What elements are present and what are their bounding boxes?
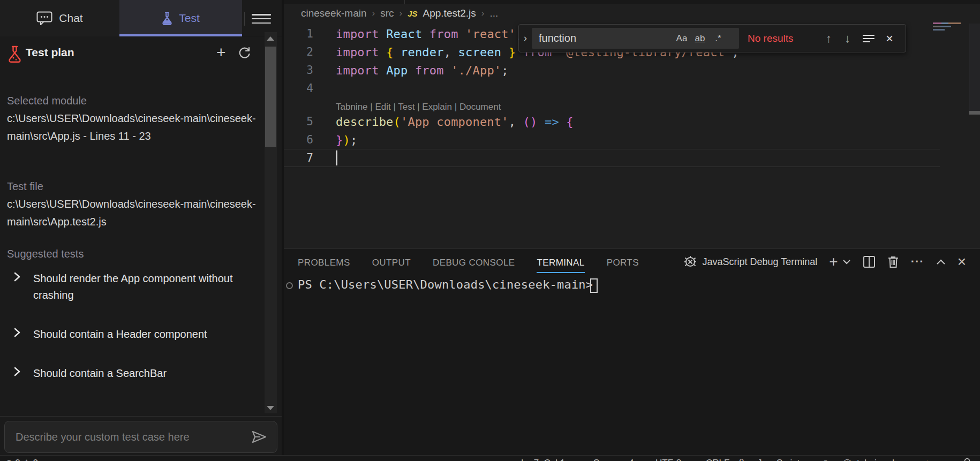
custom-test-input[interactable] (16, 421, 246, 452)
warning-triangle-icon: ⚠ (22, 458, 30, 461)
code-line-4[interactable]: 4 (284, 79, 940, 97)
breadcrumb-folder[interactable]: src (380, 7, 394, 19)
chevron-down-icon[interactable] (842, 259, 851, 264)
find-replace-toggle-icon[interactable]: › (519, 33, 532, 44)
test-file-path: c:\Users\USER\Downloads\cineseek-main\ci… (7, 195, 263, 231)
find-input-box: Aa ab .* (532, 28, 739, 49)
cursor-position-status[interactable]: Ln 7, Col 1 (521, 458, 565, 461)
chevron-up-icon[interactable] (936, 259, 946, 265)
tab-chat[interactable]: Chat (0, 0, 119, 36)
editor-scrollbar-thumb[interactable] (969, 111, 980, 115)
panel-tab-terminal[interactable]: TERMINAL (537, 251, 584, 275)
chevron-right-icon: › (372, 8, 375, 19)
lightning-icon: ➤ (926, 458, 933, 461)
close-icon[interactable]: × (886, 31, 893, 46)
regex-icon[interactable]: .* (709, 33, 727, 44)
code-text: }); (336, 133, 357, 147)
tabnine-status[interactable]: tabnine dev (857, 458, 904, 461)
braces-icon: {} (738, 458, 744, 461)
breadcrumb-file[interactable]: App.test2.js (423, 7, 476, 19)
error-circle-icon: ⊘ (5, 458, 12, 461)
flask-icon (162, 11, 172, 25)
tab-test-label: Test (179, 12, 200, 25)
status-bar: ⊘ 0 ⚠ 0 Ln 7, Col 1 Spaces: 4 UTF-8 CRLF… (0, 455, 980, 461)
chevron-right-icon: › (481, 8, 485, 19)
chevron-right-icon[interactable] (13, 327, 21, 338)
refresh-icon[interactable] (238, 47, 251, 60)
tab-separator (244, 12, 245, 26)
sidebar-scrollbar-thumb[interactable] (265, 47, 276, 147)
plus-icon[interactable]: + (216, 44, 226, 61)
trash-icon[interactable] (887, 255, 899, 268)
indentation-status[interactable]: Spaces: 4 (593, 458, 634, 461)
chat-bubble-icon (36, 11, 52, 25)
test-plan-header: Test plan + (0, 42, 282, 66)
selected-module-label: Selected module (7, 95, 259, 107)
suggested-test-item[interactable]: Should contain a SearchBar (7, 365, 263, 382)
find-input[interactable] (539, 32, 673, 44)
tabnine-icon: ⓘ (843, 458, 852, 461)
problems-status[interactable]: ⊘ 0 ⚠ 0 (5, 458, 38, 461)
eol-status[interactable]: CRLF (706, 458, 729, 461)
suggested-test-label: Should contain a SearchBar (33, 367, 167, 379)
selected-module-path: c:\Users\USER\Downloads\cineseek-main\ci… (7, 110, 263, 145)
suggested-test-item[interactable]: Should render the App component without … (7, 270, 263, 304)
terminal-prompt: PS C:\Users\USER\Downloads\cineseek-main… (298, 278, 593, 291)
panel-tab-problems[interactable]: PROBLEMS (298, 251, 350, 275)
smiley-icon[interactable]: ☺ (821, 458, 830, 461)
terminal-cursor (590, 278, 598, 293)
debug-terminal-icon (683, 255, 697, 269)
language-status[interactable]: JavaScript (757, 458, 800, 461)
test-file-label: Test file (7, 180, 259, 193)
minimap[interactable] (933, 22, 968, 32)
editor-tab-strip (284, 0, 980, 4)
tab-test[interactable]: Test (119, 0, 242, 36)
line-number: 2 (284, 46, 313, 58)
panel-tab-output[interactable]: OUTPUT (372, 251, 411, 275)
send-icon[interactable] (251, 430, 267, 444)
panel-tab-ports[interactable]: PORTS (607, 251, 639, 275)
codelens-actions[interactable]: Tabnine | Edit | Test | Explain | Docume… (284, 97, 980, 112)
code-line-6[interactable]: 6}); (284, 131, 940, 149)
bottom-panel: PROBLEMSOUTPUTDEBUG CONSOLETERMINALPORTS… (284, 248, 980, 455)
close-panel-icon[interactable]: × (958, 253, 966, 270)
terminal-profile-label[interactable]: JavaScript Debug Terminal (703, 256, 818, 268)
new-terminal-button[interactable]: + (829, 253, 838, 270)
sidebar: Chat Test Test plan + Selected module c:… (0, 0, 282, 461)
code-text: import App from './App'; (336, 64, 509, 77)
scroll-down-icon[interactable] (267, 406, 274, 410)
js-file-icon: JS (408, 9, 417, 18)
code-line-5[interactable]: 5describe('App component', () => { (284, 112, 940, 131)
bell-icon[interactable] (963, 458, 971, 461)
match-case-icon[interactable]: Aa (673, 33, 691, 44)
text-cursor (336, 150, 337, 165)
line-number: 7 (284, 152, 313, 164)
tab-chat-label: Chat (59, 12, 82, 25)
chevron-right-icon[interactable] (13, 271, 21, 282)
hamburger-menu-icon[interactable] (252, 14, 271, 24)
panel-actions: JavaScript Debug Terminal + ··· × (683, 249, 966, 275)
more-actions-icon[interactable]: ··· (911, 255, 924, 269)
code-text: describe('App component', () => { (336, 115, 574, 129)
chevron-right-icon: › (399, 8, 403, 19)
breadcrumb-folder[interactable]: cineseek-main (301, 7, 367, 19)
scroll-up-icon[interactable] (267, 36, 274, 41)
breadcrumb-more[interactable]: ... (489, 7, 498, 19)
find-next-icon[interactable]: ↓ (845, 32, 850, 46)
panel-tab-debug-console[interactable]: DEBUG CONSOLE (433, 251, 515, 275)
sidebar-scrollbar[interactable] (265, 32, 277, 413)
code-line-7[interactable]: 7 (284, 149, 940, 167)
find-previous-icon[interactable]: ↑ (826, 32, 832, 46)
line-number: 1 (284, 27, 313, 40)
whole-word-icon[interactable]: ab (691, 33, 709, 44)
sidebar-divider (0, 416, 282, 417)
encoding-status[interactable]: UTF-8 (655, 458, 681, 461)
code-line-3[interactable]: 3import App from './App'; (284, 61, 940, 79)
find-in-selection-icon[interactable] (862, 33, 875, 44)
suggested-test-item[interactable]: Should contain a Header component (7, 326, 263, 343)
chevron-right-icon[interactable] (13, 366, 21, 377)
editor-scrollbar[interactable] (969, 24, 980, 115)
split-terminal-icon[interactable] (863, 255, 876, 268)
sidebar-tabstrip: Chat Test (0, 0, 282, 36)
line-number: 3 (284, 64, 313, 77)
